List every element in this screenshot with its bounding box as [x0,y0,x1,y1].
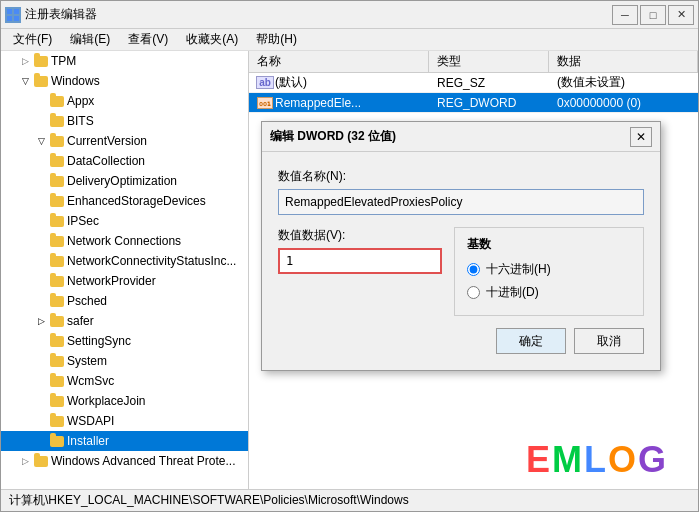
menu-bar: 文件(F) 编辑(E) 查看(V) 收藏夹(A) 帮助(H) [1,29,698,51]
menu-view[interactable]: 查看(V) [120,29,176,50]
tree-label-wsdapi: WSDAPI [67,414,248,428]
tree-label-networkconnstatus: NetworkConnectivityStatusInc... [67,254,248,268]
folder-icon-wcmsvc [49,374,65,388]
tree-toggle-windowsadvanced: ▷ [17,453,33,469]
tree-item-networkconnections[interactable]: ▷ Network Connections [1,231,248,251]
tree-item-currentversion[interactable]: ▽ CurrentVersion [1,131,248,151]
minimize-button[interactable]: ─ [612,5,638,25]
cell-data-default: (数值未设置) [549,73,698,92]
tree-item-ipsec[interactable]: ▷ IPSec [1,211,248,231]
base-title: 基数 [467,236,631,253]
tree-item-deliveryopt[interactable]: ▷ DeliveryOptimization [1,171,248,191]
folder-icon-workplacejoin [49,394,65,408]
tree-toggle-tpm: ▷ [17,53,33,69]
header-data: 数据 [549,51,698,72]
status-bar: 计算机\HKEY_LOCAL_MACHINE\SOFTWARE\Policies… [1,489,698,511]
tree-label-psched: Psched [67,294,248,308]
folder-icon-bits [49,114,65,128]
tree-toggle-networkconnstatus: ▷ [33,253,49,269]
table-header: 名称 类型 数据 [249,51,698,73]
tree-item-windows[interactable]: ▽ Windows [1,71,248,91]
tree-item-system[interactable]: ▷ System [1,351,248,371]
ab-icon: ab [257,76,273,90]
maximize-button[interactable]: □ [640,5,666,25]
tree-item-installer[interactable]: ▷ Installer [1,431,248,451]
tree-item-enhancedstorage[interactable]: ▷ EnhancedStorageDevices [1,191,248,211]
radio-hex-input[interactable] [467,263,480,276]
radio-decimal-input[interactable] [467,286,480,299]
edit-dword-dialog: 编辑 DWORD (32 位值) ✕ 数值名称(N): 数值数据(V): [261,121,661,371]
tree-item-bits[interactable]: ▷ BITS [1,111,248,131]
tree-item-appx[interactable]: ▷ Appx [1,91,248,111]
radio-hex-label: 十六进制(H) [486,261,551,278]
folder-icon-currentversion [49,134,65,148]
tree-item-workplacejoin[interactable]: ▷ WorkplaceJoin [1,391,248,411]
radio-decimal[interactable]: 十进制(D) [467,284,631,301]
cancel-button[interactable]: 取消 [574,328,644,354]
tree-toggle-safer: ▷ [33,313,49,329]
tree-item-settingsync[interactable]: ▷ SettingSync [1,331,248,351]
tree-item-windowsadvanced[interactable]: ▷ Windows Advanced Threat Prote... [1,451,248,471]
tree-item-safer[interactable]: ▷ safer [1,311,248,331]
menu-file[interactable]: 文件(F) [5,29,60,50]
cell-data-remapped: 0x00000000 (0) [549,93,698,112]
folder-icon-psched [49,294,65,308]
menu-help[interactable]: 帮助(H) [248,29,305,50]
folder-icon-appx [49,94,65,108]
tree-item-psched[interactable]: ▷ Psched [1,291,248,311]
tree-item-datacollection[interactable]: ▷ DataCollection [1,151,248,171]
folder-icon-networkconnections [49,234,65,248]
window-title: 注册表编辑器 [25,6,612,23]
value-name-label: 数值名称(N): [278,168,644,185]
tree-item-tpm[interactable]: ▷ TPM [1,51,248,71]
folder-icon-tpm [33,54,49,68]
tree-toggle-deliveryopt: ▷ [33,173,49,189]
folder-icon-enhancedstorage [49,194,65,208]
header-type: 类型 [429,51,549,72]
folder-icon-networkconnstatus [49,254,65,268]
folder-icon-ipsec [49,214,65,228]
folder-icon-deliveryopt [49,174,65,188]
menu-favorites[interactable]: 收藏夹(A) [178,29,246,50]
tree-label-wcmsvc: WcmSvc [67,374,248,388]
svg-rect-0 [7,9,12,14]
tree-toggle-windows: ▽ [17,73,33,89]
tree-toggle-datacollection: ▷ [33,153,49,169]
tree-item-wsdapi[interactable]: ▷ WSDAPI [1,411,248,431]
svg-rect-1 [14,9,19,14]
tree-label-system: System [67,354,248,368]
folder-icon-datacollection [49,154,65,168]
value-name-group: 数值名称(N): [278,168,644,215]
tree-item-networkprovider[interactable]: ▷ NetworkProvider [1,271,248,291]
tree-toggle-enhancedstorage: ▷ [33,193,49,209]
cell-name-default: ab (默认) [249,73,429,92]
dialog-close-button[interactable]: ✕ [630,127,652,147]
base-group: 基数 十六进制(H) 十进制(D) [454,227,644,316]
svg-rect-2 [7,16,12,21]
tree-label-networkconnections: Network Connections [67,234,248,248]
tree-label-networkprovider: NetworkProvider [67,274,248,288]
tree-item-wcmsvc[interactable]: ▷ WcmSvc [1,371,248,391]
cell-type-remapped: REG_DWORD [429,93,549,112]
menu-edit[interactable]: 编辑(E) [62,29,118,50]
tree-toggle-psched: ▷ [33,293,49,309]
tree-toggle-system: ▷ [33,353,49,369]
ok-button[interactable]: 确定 [496,328,566,354]
table-row[interactable]: ₀₀₁ RemappedEle... REG_DWORD 0x00000000 … [249,93,698,113]
radio-hex[interactable]: 十六进制(H) [467,261,631,278]
close-button[interactable]: ✕ [668,5,694,25]
folder-icon-system [49,354,65,368]
tree-toggle-currentversion: ▽ [33,133,49,149]
value-name-input[interactable] [278,189,644,215]
main-window: 注册表编辑器 ─ □ ✕ 文件(F) 编辑(E) 查看(V) 收藏夹(A) 帮助… [0,0,699,512]
value-data-input[interactable] [278,248,442,274]
tree-item-networkconnstatus[interactable]: ▷ NetworkConnectivityStatusInc... [1,251,248,271]
tree-label-tpm: TPM [51,54,248,68]
tree-label-currentversion: CurrentVersion [67,134,248,148]
tree-toggle-networkconnections: ▷ [33,233,49,249]
tree-toggle-ipsec: ▷ [33,213,49,229]
folder-icon-installer [49,434,65,448]
radio-decimal-label: 十进制(D) [486,284,539,301]
tree-label-appx: Appx [67,94,248,108]
table-row[interactable]: ab (默认) REG_SZ (数值未设置) [249,73,698,93]
